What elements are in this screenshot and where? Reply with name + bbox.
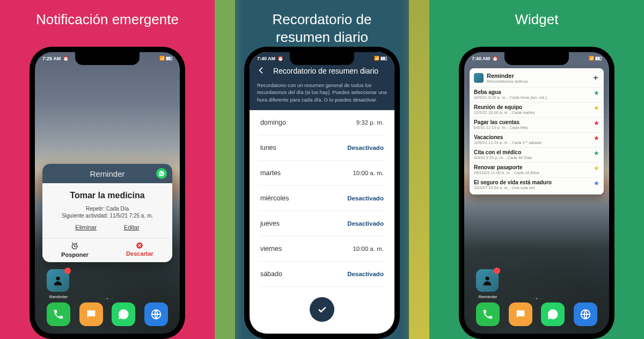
svg-point-2 [56,277,60,280]
confirm-button[interactable] [310,297,334,322]
panel-title: Recordatorio de resumen diario [272,0,371,47]
alarm-icon: ⏰ [277,56,283,61]
widget-item[interactable]: Vacaciones12/6/21 11:24 a. m. ; Cada 2.º… [470,132,604,147]
popup-header: Reminder [42,164,172,183]
day-row[interactable]: miércolesDesactivado [259,186,385,211]
dock-browser-icon[interactable] [144,302,168,326]
widget-item-name: El seguro de vida está maduro [474,179,590,185]
snooze-label: Posponer [61,251,89,258]
widget-item-name: Pagar las cuentas [474,119,590,125]
alarm-icon: ⏰ [63,56,69,61]
widget-item-meta: 11/5/21 10:00 a. m. ; Cada martes [474,110,590,115]
phone-frame: 7:40 AM⏰ 📶 ▮▮▯ Reminder Recordatorios ac… [459,47,614,339]
dock-phone-icon[interactable] [476,302,500,326]
day-row[interactable]: lunesDesactivado [259,135,385,161]
popup-title: Tomar la medicina [48,191,167,200]
popup-next: Siguiente actividad: 11/5/21 7:25 a. m. [48,213,167,219]
day-list: domingo9:32 p. m.lunesDesactivadomartes1… [250,110,394,287]
widget-card[interactable]: Reminder Recordatorios activos + Beba ag… [470,68,604,194]
day-name: jueves [260,220,280,227]
widget-item[interactable]: El seguro de vida está maduro23/4/27 10:… [470,177,604,192]
dismiss-button[interactable]: Descartar [107,239,172,262]
phone-screen: 7:40 AM⏰ 📶 ▮▮▯ Recordatorio de resumen d… [250,52,394,334]
day-value: 9:32 p. m. [356,119,384,126]
widget-title: Reminder [487,73,590,79]
status-time: 7:40 AM [472,56,490,61]
day-row[interactable]: juevesDesactivado [259,211,385,236]
page-dots: · · • · · [35,296,180,301]
widget-item-meta: 10/5/21 8:30 a. m. ; Cada Hora (lun.-vie… [474,95,590,100]
notch [75,52,140,65]
delete-link[interactable]: Eliminar [75,224,97,230]
panel-popup: Notificación emergente 7:25 AM ⏰ 📶 ▮▮▯ R… [0,0,215,339]
settings-description: Recordatorio con un resumen general de t… [257,82,387,104]
widget-item[interactable]: Pagar las cuentas6/6/21 12:15 p. m. ; Ca… [470,117,604,132]
dock-messages-icon[interactable] [79,302,103,326]
app-icon-reminder[interactable] [476,269,499,292]
widget-subtitle: Recordatorios activos [487,79,590,84]
star-icon: ★ [594,120,599,126]
panel-settings: Recordatorio de resumen diario 7:40 AM⏰ … [215,0,429,339]
widget-item-name: Reunión de equipo [474,104,590,110]
day-name: lunes [260,144,276,152]
day-value: Desactivado [347,195,384,201]
star-icon: ★ [594,150,599,156]
status-right: 📶 ▮▮▯ [589,56,602,61]
day-value: Desactivado [347,271,384,277]
day-name: martes [260,169,281,177]
star-icon: ★ [594,105,599,111]
panel-widget: Widget 7:40 AM⏰ 📶 ▮▮▯ Reminder Recordato… [429,0,644,339]
widget-item[interactable]: Cita con el médico4/4/22 2:25 p. m. ; Ca… [470,147,604,162]
status-right: 📶 ▮▮▯ [374,56,387,61]
dock-phone-icon[interactable] [47,302,70,326]
dock [464,302,609,329]
phone-screen: 7:25 AM ⏰ 📶 ▮▮▯ Reminder Tomar la medici… [35,52,180,334]
dock-messages-icon[interactable] [509,302,532,326]
widget-item-meta: 12/6/21 11:24 a. m. ; Cada 2.º sábado [474,140,590,145]
panel-title: Widget [515,0,558,47]
widget-app-icon [474,73,484,83]
add-button[interactable]: + [593,73,599,83]
snooze-button[interactable]: Posponer [42,239,107,262]
whatsapp-icon[interactable] [156,168,167,179]
reminder-popup: Reminder Tomar la medicina Repetir: Cada… [42,164,172,262]
phone-frame: 7:40 AM⏰ 📶 ▮▮▯ Recordatorio de resumen d… [244,47,400,339]
day-row[interactable]: viernes10:00 a. m. [259,236,385,262]
status-right: 📶 ▮▮▯ [159,56,172,61]
widget-item[interactable]: Reunión de equipo11/5/21 10:00 a. m. ; C… [470,102,604,117]
popup-repeat: Repetir: Cada Día [48,206,167,212]
day-row[interactable]: sábadoDesactivado [259,262,385,287]
star-icon: ★ [594,180,599,186]
back-button[interactable] [257,66,266,76]
alarm-icon: ⏰ [492,56,498,61]
app-icon-reminder[interactable] [47,269,69,292]
day-row[interactable]: domingo9:32 p. m. [259,110,385,135]
panel-title-text: Notificación emergente [36,11,179,28]
day-value: 10:00 a. m. [353,246,384,252]
phone-frame: 7:25 AM ⏰ 📶 ▮▮▯ Reminder Tomar la medici… [30,47,185,339]
day-row[interactable]: martes10:00 a. m. [259,161,385,186]
widget-item-name: Renovar pasaporte [474,164,590,170]
panel-title: Notificación emergente [36,0,179,47]
widget-item[interactable]: Renovar pasaporte29/10/23 11:00 a. m. ; … [470,162,604,177]
day-value: 10:00 a. m. [353,170,384,176]
settings-title: Recordatorio de resumen diario [273,67,378,75]
panel-title-text: Widget [515,11,558,28]
dock-whatsapp-icon[interactable] [541,302,565,326]
dock-whatsapp-icon[interactable] [112,302,135,326]
day-name: viernes [260,245,282,253]
star-icon: ★ [594,165,599,171]
dock-browser-icon[interactable] [574,302,597,326]
day-name: domingo [260,119,286,126]
page-dots: · · • · · [464,296,609,301]
status-time: 7:40 AM [257,56,275,61]
edit-link[interactable]: Editar [124,224,140,230]
notch [504,52,569,65]
widget-item-meta: 4/4/22 2:25 p. m. ; Cada 48 Días [474,155,590,160]
status-time: 7:25 AM [42,56,61,61]
widget-item[interactable]: Beba agua10/5/21 8:30 a. m. ; Cada Hora … [470,87,604,102]
dismiss-label: Descartar [126,250,153,257]
phone-screen: 7:40 AM⏰ 📶 ▮▮▯ Reminder Recordatorios ac… [464,52,609,334]
widget-item-name: Vacaciones [474,134,590,140]
day-name: miércoles [260,194,289,202]
